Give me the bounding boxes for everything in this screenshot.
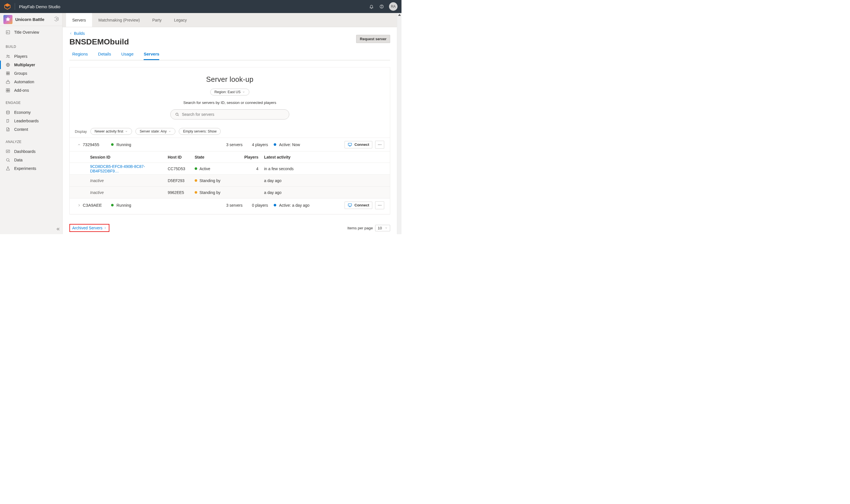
studio-name[interactable]: PlayFab Demo Studio [19,4,60,9]
expand-toggle[interactable] [75,143,83,146]
user-avatar[interactable]: RA [389,2,398,11]
request-server-button[interactable]: Request server [356,35,390,43]
archived-servers-link[interactable]: Archived Servers [69,224,109,232]
host-id: 9962EE5 [168,190,195,195]
sort-filter[interactable]: Newer activity first [90,128,132,135]
svg-rect-9 [6,72,8,73]
sidebar-section-analyze: ANALYZE [0,138,62,146]
sidebar-item-label: Title Overview [14,30,39,35]
gear-icon[interactable] [54,17,59,22]
tab-matchmaking[interactable]: Matchmaking (Preview) [92,13,146,27]
empty-filter[interactable]: Empty servers: Show [179,128,221,135]
status-dot-icon [195,191,197,194]
display-filters: Display Newer activity first Server stat… [70,123,390,138]
subtab-details[interactable]: Details [98,52,111,60]
state-filter[interactable]: Server state: Any [135,128,175,135]
search-input-wrapper[interactable] [170,109,289,120]
tab-party[interactable]: Party [146,13,168,27]
session-row: Inactive9962EE5Standing bya day ago [70,186,390,198]
player-count: 4 players [243,142,268,147]
svg-point-6 [7,55,8,56]
search-help-text: Search for servers by ID, session or con… [70,101,390,105]
vm-id: 7329455 [83,142,111,147]
status-dot-icon [111,204,114,206]
svg-point-24 [379,144,380,145]
session-state: Standing by [195,178,243,183]
svg-rect-15 [8,89,10,90]
svg-rect-10 [8,72,10,73]
subtab-regions[interactable]: Regions [72,52,88,60]
region-selector[interactable]: Region: East US [210,89,249,95]
session-latest: a day ago [264,190,384,195]
sub-tabs: Regions Details Usage Servers [69,52,390,60]
tab-legacy[interactable]: Legacy [168,13,193,27]
svg-rect-26 [348,203,352,206]
help-icon[interactable] [377,1,387,12]
svg-point-28 [379,205,380,205]
sidebar-item-content[interactable]: Content [0,125,62,134]
vm-row[interactable]: C3A9AEERunning3 servers0 playersActive: … [70,198,390,212]
status-dot-icon [274,143,276,146]
session-link[interactable]: 9CD8DCB5-EFC8-490B-8C87-DB4F52DBF9… [90,164,145,173]
bell-icon[interactable] [366,1,377,12]
sidebar-item-multiplayer[interactable]: Multiplayer [0,60,62,69]
vertical-scrollbar[interactable] [397,13,401,234]
svg-point-21 [176,113,178,115]
sidebar-item-label: Data [14,158,23,162]
main-content: Servers Matchmaking (Preview) Party Lega… [63,13,397,234]
svg-point-18 [6,111,10,112]
main-tabs: Servers Matchmaking (Preview) Party Lega… [63,13,397,27]
subtab-servers[interactable]: Servers [144,52,159,60]
svg-point-20 [6,159,9,161]
svg-rect-22 [348,143,352,145]
game-avatar-icon [3,15,13,24]
chevron-down-icon [125,130,128,133]
tab-servers[interactable]: Servers [66,13,92,27]
items-per-page-select[interactable]: 10 [375,225,390,231]
svg-rect-11 [6,74,8,75]
connect-button[interactable]: Connect [345,141,372,148]
divider [15,3,15,10]
session-row: InactiveD5EF293Standing bya day ago [70,175,390,186]
server-list: 7329455Running3 servers4 playersActive: … [70,138,390,212]
vm-row[interactable]: 7329455Running3 servers4 playersActive: … [70,138,390,151]
game-name: Unicorn Battle [15,17,54,22]
connect-button[interactable]: Connect [345,202,372,209]
collapse-sidebar-icon[interactable] [56,227,60,232]
search-input[interactable] [182,112,284,116]
game-header[interactable]: Unicorn Battle [0,13,62,26]
session-state: Active [195,166,243,171]
sidebar-item-label: Groups [14,71,27,76]
sidebar-item-addons[interactable]: Add-ons [0,86,62,94]
subtab-usage[interactable]: Usage [121,52,134,60]
sidebar-item-label: Multiplayer [14,62,35,67]
more-button[interactable] [375,141,384,149]
sidebar-item-overview[interactable]: Title Overview [0,26,62,38]
sidebar-item-automation[interactable]: Automation [0,77,62,86]
sidebar-item-groups[interactable]: Groups [0,69,62,77]
sidebar-item-dashboards[interactable]: Dashboards [0,147,62,156]
svg-marker-1 [4,4,10,7]
svg-point-4 [56,18,57,20]
sidebar-item-data[interactable]: Data [0,156,62,164]
sidebar-item-economy[interactable]: Economy [0,108,62,116]
activity: Active: Now [268,142,313,147]
session-inactive: Inactive [90,190,104,195]
page-title: BNSDEMObuild [69,37,129,47]
sidebar-item-players[interactable]: Players [0,52,62,60]
server-count: 3 servers [220,142,243,147]
svg-point-29 [381,205,381,205]
session-row: 9CD8DCB5-EFC8-490B-8C87-DB4F52DBF9…CC75D… [70,163,390,175]
more-button[interactable] [375,201,384,209]
server-count: 3 servers [220,203,243,208]
expand-toggle[interactable] [75,203,83,207]
playfab-logo-icon[interactable] [4,3,11,10]
sidebar-item-experiments[interactable]: Experiments [0,164,62,173]
host-id: CC75D53 [168,166,195,171]
display-label: Display [75,129,87,134]
breadcrumb-back[interactable]: Builds [69,31,129,36]
sidebar-item-leaderboards[interactable]: Leaderboards [0,116,62,125]
list-footer: Archived Servers Items per page 10 [63,221,397,234]
session-inactive: Inactive [90,178,104,183]
sidebar-item-label: Automation [14,79,34,84]
